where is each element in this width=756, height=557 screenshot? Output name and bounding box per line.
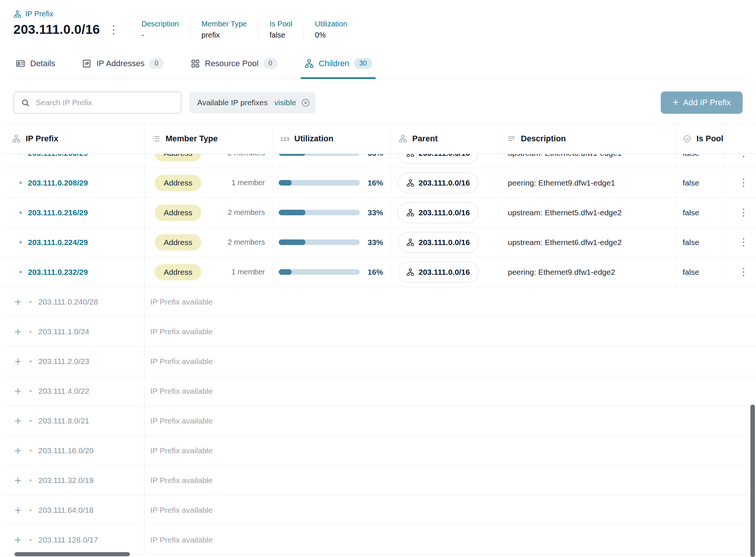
row-menu-button[interactable]: ⋮ [736,205,751,220]
search-input[interactable] [35,98,174,107]
row-menu-button[interactable]: ⋮ [736,235,751,249]
tab-count-badge: 0 [263,58,278,69]
ip-prefix-cell: 203.111.0.208/29 [3,168,144,197]
utilization-bar [279,210,360,215]
ip-prefix-cell: 203.111.0.216/29 [3,198,144,227]
expand-plus-icon[interactable]: + [13,504,23,516]
row-bullet [29,390,32,392]
table-body-clip: 203.111.0.200/29 Address 2 members 33% 2… [3,154,756,555]
ip-prefix-cell: + 203.111.1.0/24 [3,317,144,346]
description-text: upstream: Ethernet6.dfw1-edge2 [508,238,622,247]
utilization-bar [279,154,360,156]
available-prefix-row: + 203.111.64.0/18 IP Prefix available [3,495,756,525]
column-label: Is Pool [696,134,723,144]
expand-plus-icon[interactable]: + [13,355,23,367]
column-header-is-pool[interactable]: Is Pool [676,124,725,154]
member-count: 2 members [228,238,265,247]
remove-filter-button[interactable] [301,98,311,108]
actions-cell: ⋮ [725,228,756,257]
title-menu-button[interactable]: ⋮ [108,24,119,35]
is-pool-value: false [683,268,699,277]
parent-link: 203.111.0.0/16 [419,268,470,277]
column-header-member-type[interactable]: Member Type [144,124,273,154]
tab-resource-pool[interactable]: Resource Pool 0 [189,51,279,78]
expand-plus-icon[interactable]: + [13,326,23,338]
utilization-value: 33% [368,154,383,158]
parent-link: 203.111.0.0/16 [419,238,470,247]
member-type-badge: Address [155,205,201,221]
plus-icon: + [673,97,679,107]
column-header-ip-prefix[interactable]: IP Prefix [3,124,144,154]
member-type-cell: Address 1 member [144,168,273,197]
horizontal-scrollbar-thumb[interactable] [15,552,130,556]
search-box[interactable] [13,91,182,114]
available-label: IP Prefix available [150,327,213,336]
available-prefix: 203.111.128.0/17 [38,535,98,544]
utilization-cell: 16% [273,257,391,287]
expand-plus-icon[interactable]: + [13,415,23,427]
row-menu-button[interactable]: ⋮ [736,176,751,190]
ip-address-icon [82,59,92,68]
column-header-parent[interactable]: Parent [391,124,500,154]
parent-cell: 203.111.0.0/16 [391,154,500,168]
parent-chip[interactable]: 203.111.0.0/16 [398,173,478,193]
tab-ip-addresses[interactable]: IP Addresses 0 [80,51,165,78]
meta-member-type: Member Type prefix [190,20,258,39]
ip-prefix-cell: + 203.111.2.0/23 [3,347,144,376]
parent-chip[interactable]: 203.111.0.0/16 [398,232,478,253]
row-menu-button[interactable]: ⋮ [736,154,751,160]
expand-plus-icon[interactable]: + [13,534,23,546]
utilization-cell: 33% [273,228,391,257]
prefix-link[interactable]: 203.111.0.232/29 [28,268,88,277]
member-count: 2 members [228,208,265,217]
is-pool-value: false [683,154,699,158]
column-header-description[interactable]: Description [500,124,676,154]
prefix-link[interactable]: 203.111.0.208/29 [28,178,88,187]
expand-plus-icon[interactable]: + [13,474,23,486]
ip-prefix-icon [13,10,22,18]
children-icon [304,59,314,68]
expand-plus-icon[interactable]: + [13,445,23,457]
column-header-utilization[interactable]: 123 Utilization [273,124,391,154]
add-ip-prefix-button[interactable]: + Add IP Prefix [661,91,743,114]
tab-children[interactable]: Children 30 [303,51,374,78]
prefix-link[interactable]: 203.111.0.224/29 [28,238,88,247]
row-bullet [29,331,32,333]
parent-chip[interactable]: 203.111.0.0/16 [398,202,478,223]
row-bullet [29,420,32,422]
available-prefix-row: + 203.111.8.0/21 IP Prefix available [3,406,756,436]
available-prefix-row: + 203.111.2.0/23 IP Prefix available [3,347,756,376]
is-pool-cell: false [676,168,725,197]
parent-chip[interactable]: 203.111.0.0/16 [398,262,478,283]
is-pool-value: false [683,208,699,217]
expand-plus-icon[interactable]: + [13,385,23,397]
filter-chip: Available IP prefixes visible [189,92,316,113]
tab-label: IP Addresses [96,59,144,68]
parent-cell: 203.111.0.0/16 [391,198,500,227]
meta-value: 0% [315,31,347,39]
column-label: Member Type [166,134,218,144]
meta-description: Description - [131,20,190,39]
expand-plus-icon[interactable]: + [13,296,23,308]
meta-summary: Description - Member Type prefix Is Pool… [131,20,359,39]
parent-chip[interactable]: 203.111.0.0/16 [398,154,478,164]
member-type-badge: Address [155,154,201,161]
description-text: upstream: Ethernet5.dfw1-edge2 [508,208,622,217]
row-menu-button[interactable]: ⋮ [736,265,751,279]
parent-link: 203.111.0.0/16 [419,208,470,217]
available-prefix: 203.111.2.0/23 [38,357,89,366]
prefix-link[interactable]: 203.111.0.200/29 [28,154,88,158]
actions-cell: ⋮ [725,198,756,227]
available-label-cell: IP Prefix available [144,287,756,316]
list-icon [152,134,161,143]
ip-prefix-cell: + 203.111.4.0/22 [3,376,144,406]
tab-details[interactable]: Details [14,51,57,78]
ip-prefix-icon [12,134,21,143]
available-label-cell: IP Prefix available [144,466,756,495]
breadcrumb[interactable]: IP Prefix [13,10,743,18]
ip-prefix-cell: + 203.111.8.0/21 [3,406,144,435]
vertical-scrollbar-thumb[interactable] [750,405,755,557]
available-label-cell: IP Prefix available [144,347,756,376]
available-prefix: 203.111.32.0/19 [38,476,94,485]
prefix-link[interactable]: 203.111.0.216/29 [28,208,88,217]
